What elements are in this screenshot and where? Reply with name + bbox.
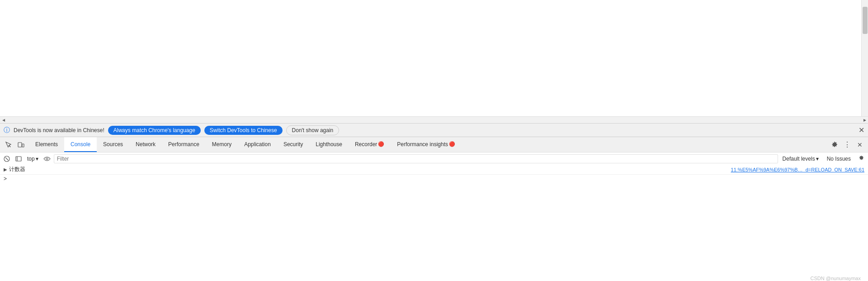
console-entry-text: 计数器 [9, 166, 729, 173]
svg-rect-1 [18, 143, 22, 147]
tab-security[interactable]: Security [277, 137, 309, 152]
scroll-right-arrow[interactable]: ▶ [861, 117, 868, 124]
inspect-element-button[interactable] [3, 139, 14, 150]
gear-icon [831, 141, 838, 148]
more-icon: ⋮ [844, 141, 851, 148]
svg-point-7 [46, 158, 48, 160]
expand-arrow[interactable]: ▶ [4, 167, 7, 172]
tab-console[interactable]: Console [64, 137, 97, 152]
console-eye-button[interactable] [42, 154, 52, 164]
console-output-area: ▶ 计数器 11.%E5%AF%9A%E6%97%B…_d=RELOAD_ON_… [0, 165, 868, 281]
console-prompt: > [0, 175, 868, 183]
clear-console-button[interactable] [2, 154, 12, 164]
banner-message: DevTools is now available in Chinese! [14, 127, 104, 133]
recorder-icon: 🔴 [378, 141, 384, 147]
close-icon: ✕ [857, 141, 863, 148]
tab-elements[interactable]: Elements [29, 137, 64, 152]
scroll-left-arrow[interactable]: ◀ [0, 117, 7, 124]
always-match-language-button[interactable]: Always match Chrome's language [108, 126, 201, 135]
console-toolbar: top ▾ Default levels ▾ No Issues [0, 152, 868, 165]
console-watermark: CSDN @nunumaymax [811, 276, 861, 281]
sidebar-icon [15, 155, 22, 162]
switch-to-chinese-button[interactable]: Switch DevTools to Chinese [204, 126, 283, 135]
devtools-language-banner: ⓘ DevTools is now available in Chinese! … [0, 123, 868, 137]
devtools-right-icons: ⋮ ✕ [826, 137, 868, 152]
context-dropdown-arrow: ▾ [36, 156, 38, 162]
dont-show-again-button[interactable]: Don't show again [286, 125, 340, 135]
default-levels-label: Default levels [783, 156, 815, 162]
settings-gear-icon [858, 155, 865, 162]
prompt-arrow: > [4, 176, 7, 182]
devtools-tab-bar: Elements Console Sources Network Perform… [0, 137, 868, 152]
banner-close-button[interactable]: ✕ [859, 126, 864, 134]
info-icon: ⓘ [4, 126, 10, 134]
devtools-close-button[interactable]: ✕ [854, 139, 865, 150]
default-levels-select[interactable]: Default levels ▾ [780, 155, 821, 163]
devtools-settings-button[interactable] [829, 139, 840, 150]
performance-insights-icon: 🔴 [449, 141, 455, 147]
eye-icon [43, 155, 51, 162]
main-page-area: ↑ [0, 0, 868, 116]
tab-lighthouse[interactable]: Lighthouse [309, 137, 349, 152]
tab-application[interactable]: Application [238, 137, 277, 152]
tab-sources[interactable]: Sources [97, 137, 129, 152]
devtools-more-button[interactable]: ⋮ [842, 139, 853, 150]
no-issues-badge: No Issues [823, 156, 854, 162]
tab-performance-insights[interactable]: Performance insights 🔴 [391, 137, 462, 152]
clear-icon [3, 155, 10, 162]
tab-network[interactable]: Network [129, 137, 162, 152]
show-console-sidebar-button[interactable] [14, 154, 24, 164]
main-vertical-scrollbar[interactable] [861, 0, 868, 116]
context-label: top [27, 156, 35, 162]
svg-line-0 [9, 145, 10, 147]
default-levels-arrow: ▾ [816, 156, 819, 162]
cursor-icon [5, 141, 12, 148]
svg-rect-5 [16, 157, 21, 161]
devtools-left-icons [0, 137, 29, 152]
console-entry: ▶ 计数器 11.%E5%AF%9A%E6%97%B…_d=RELOAD_ON_… [0, 165, 868, 175]
console-filter-input[interactable] [54, 154, 778, 163]
svg-line-4 [5, 157, 8, 160]
tab-performance[interactable]: Performance [162, 137, 206, 152]
tab-memory[interactable]: Memory [206, 137, 238, 152]
device-icon [17, 141, 24, 148]
console-settings-button[interactable] [856, 154, 866, 164]
console-entry-source[interactable]: 11.%E5%AF%9A%E6%97%B…_d=RELOAD_ON_SAVE:6… [731, 167, 864, 172]
h-scrollbar-track[interactable] [7, 117, 861, 123]
horizontal-scrollbar[interactable]: ◀ ▶ [0, 116, 868, 123]
scrollbar-thumb[interactable] [863, 7, 868, 34]
device-toolbar-button[interactable] [15, 139, 26, 150]
devtools-tabs-list: Elements Console Sources Network Perform… [29, 137, 826, 152]
svg-rect-2 [22, 144, 24, 147]
console-context-select[interactable]: top ▾ [25, 155, 40, 163]
tab-recorder[interactable]: Recorder 🔴 [349, 137, 391, 152]
